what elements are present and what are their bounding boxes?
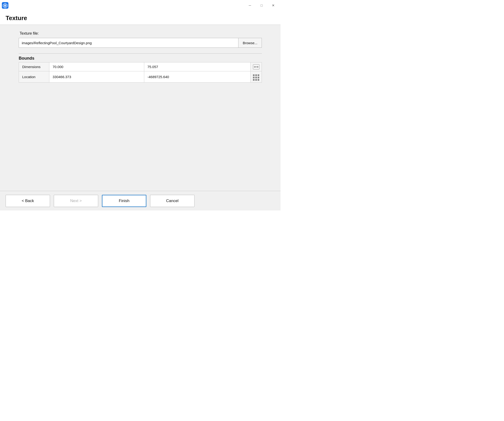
title-bar-left [2, 2, 8, 9]
location-value1[interactable]: 330466.373 [49, 71, 144, 83]
title-bar-controls: ─ □ ✕ [245, 2, 279, 9]
close-button[interactable]: ✕ [268, 2, 279, 9]
location-label: Location [19, 71, 49, 83]
page-heading: Texture [0, 11, 281, 25]
app-icon [2, 2, 8, 9]
svg-rect-4 [257, 67, 258, 67]
main-content: Texture file: Browse... Bounds Dimension… [0, 25, 281, 191]
link-icon [253, 64, 259, 69]
location-row: Location 330466.373 -4689725.640 [19, 71, 262, 83]
bounds-section: Bounds Dimensions 70.000 75.057 [19, 53, 262, 83]
texture-file-label: Texture file: [20, 31, 262, 36]
chain-icon [254, 66, 258, 68]
texture-file-section: Texture file: Browse... [19, 31, 262, 48]
dimensions-label: Dimensions [19, 62, 49, 71]
location-value2[interactable]: -4689725.640 [144, 71, 251, 83]
location-icon-cell[interactable] [251, 71, 262, 83]
browse-button[interactable]: Browse... [238, 38, 262, 48]
bounds-title: Bounds [19, 54, 262, 62]
bounds-table: Dimensions 70.000 75.057 [19, 62, 262, 83]
back-button[interactable]: < Back [6, 195, 50, 207]
page-title: Texture [6, 14, 275, 22]
footer: < Back Next > Finish Cancel [0, 191, 281, 210]
dimensions-value2[interactable]: 75.057 [144, 62, 251, 71]
dimensions-row: Dimensions 70.000 75.057 [19, 62, 262, 71]
title-bar: ─ □ ✕ [0, 0, 281, 11]
maximize-button[interactable]: □ [256, 2, 267, 9]
texture-file-input[interactable] [19, 38, 238, 48]
texture-file-row: Browse... [19, 38, 262, 48]
svg-rect-3 [254, 67, 255, 67]
cancel-button[interactable]: Cancel [150, 195, 194, 207]
dimensions-value1[interactable]: 70.000 [49, 62, 144, 71]
grid-icon [253, 74, 259, 81]
next-button[interactable]: Next > [54, 195, 98, 207]
dimensions-icon-cell[interactable] [251, 62, 262, 71]
minimize-button[interactable]: ─ [245, 2, 255, 9]
finish-button[interactable]: Finish [102, 195, 146, 207]
